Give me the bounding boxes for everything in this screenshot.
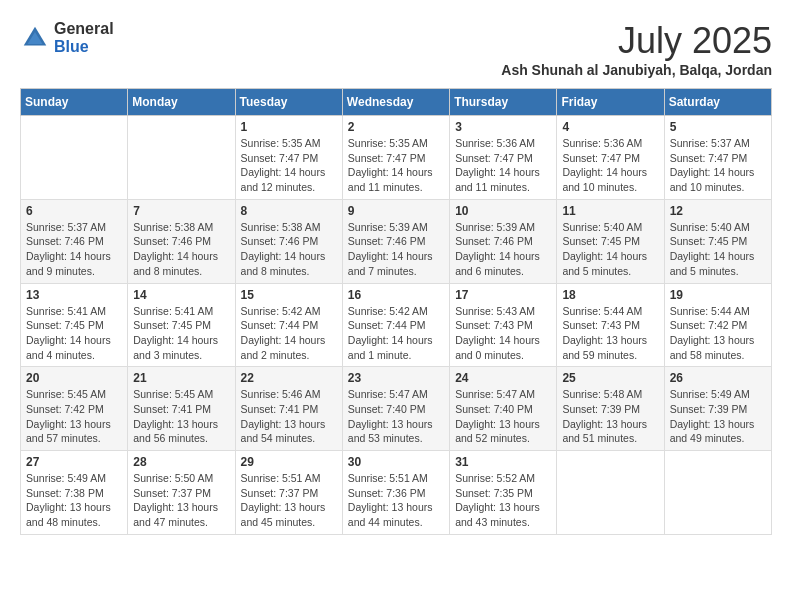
day-info: Sunrise: 5:38 AM Sunset: 7:46 PM Dayligh… [241, 220, 337, 279]
sunset: Sunset: 7:45 PM [562, 235, 640, 247]
weekday-header-row: Sunday Monday Tuesday Wednesday Thursday… [21, 89, 772, 116]
table-row: 10 Sunrise: 5:39 AM Sunset: 7:46 PM Dayl… [450, 199, 557, 283]
day-info: Sunrise: 5:41 AM Sunset: 7:45 PM Dayligh… [26, 304, 122, 363]
logo-general: General [54, 20, 114, 38]
sunset: Sunset: 7:47 PM [562, 152, 640, 164]
sunset: Sunset: 7:37 PM [241, 487, 319, 499]
sunrise: Sunrise: 5:45 AM [133, 388, 213, 400]
daylight: Daylight: 14 hours and 12 minutes. [241, 166, 326, 193]
day-info: Sunrise: 5:44 AM Sunset: 7:43 PM Dayligh… [562, 304, 658, 363]
table-row: 18 Sunrise: 5:44 AM Sunset: 7:43 PM Dayl… [557, 283, 664, 367]
day-info: Sunrise: 5:43 AM Sunset: 7:43 PM Dayligh… [455, 304, 551, 363]
sunrise: Sunrise: 5:44 AM [670, 305, 750, 317]
table-row: 11 Sunrise: 5:40 AM Sunset: 7:45 PM Dayl… [557, 199, 664, 283]
sunrise: Sunrise: 5:51 AM [348, 472, 428, 484]
table-row: 23 Sunrise: 5:47 AM Sunset: 7:40 PM Dayl… [342, 367, 449, 451]
header-tuesday: Tuesday [235, 89, 342, 116]
day-number: 30 [348, 455, 444, 469]
sunrise: Sunrise: 5:51 AM [241, 472, 321, 484]
sunrise: Sunrise: 5:52 AM [455, 472, 535, 484]
day-number: 7 [133, 204, 229, 218]
sunrise: Sunrise: 5:44 AM [562, 305, 642, 317]
sunrise: Sunrise: 5:41 AM [133, 305, 213, 317]
sunset: Sunset: 7:47 PM [455, 152, 533, 164]
sunrise: Sunrise: 5:49 AM [670, 388, 750, 400]
table-row: 29 Sunrise: 5:51 AM Sunset: 7:37 PM Dayl… [235, 451, 342, 535]
sunrise: Sunrise: 5:46 AM [241, 388, 321, 400]
page-header: General Blue July 2025 Ash Shunah al Jan… [20, 20, 772, 78]
table-row: 5 Sunrise: 5:37 AM Sunset: 7:47 PM Dayli… [664, 116, 771, 200]
sunset: Sunset: 7:46 PM [348, 235, 426, 247]
sunrise: Sunrise: 5:39 AM [348, 221, 428, 233]
sunset: Sunset: 7:37 PM [133, 487, 211, 499]
daylight: Daylight: 13 hours and 44 minutes. [348, 501, 433, 528]
daylight: Daylight: 14 hours and 11 minutes. [455, 166, 540, 193]
sunrise: Sunrise: 5:37 AM [26, 221, 106, 233]
logo-icon [20, 23, 50, 53]
sunrise: Sunrise: 5:38 AM [133, 221, 213, 233]
sunset: Sunset: 7:46 PM [133, 235, 211, 247]
daylight: Daylight: 13 hours and 45 minutes. [241, 501, 326, 528]
sunset: Sunset: 7:46 PM [241, 235, 319, 247]
day-number: 13 [26, 288, 122, 302]
day-number: 14 [133, 288, 229, 302]
day-number: 15 [241, 288, 337, 302]
daylight: Daylight: 14 hours and 5 minutes. [562, 250, 647, 277]
day-info: Sunrise: 5:35 AM Sunset: 7:47 PM Dayligh… [241, 136, 337, 195]
table-row: 24 Sunrise: 5:47 AM Sunset: 7:40 PM Dayl… [450, 367, 557, 451]
table-row: 7 Sunrise: 5:38 AM Sunset: 7:46 PM Dayli… [128, 199, 235, 283]
sunset: Sunset: 7:45 PM [670, 235, 748, 247]
header-monday: Monday [128, 89, 235, 116]
daylight: Daylight: 13 hours and 49 minutes. [670, 418, 755, 445]
day-number: 18 [562, 288, 658, 302]
sunrise: Sunrise: 5:47 AM [348, 388, 428, 400]
month-year: July 2025 [501, 20, 772, 62]
sunset: Sunset: 7:45 PM [26, 319, 104, 331]
day-info: Sunrise: 5:52 AM Sunset: 7:35 PM Dayligh… [455, 471, 551, 530]
table-row: 4 Sunrise: 5:36 AM Sunset: 7:47 PM Dayli… [557, 116, 664, 200]
sunset: Sunset: 7:47 PM [348, 152, 426, 164]
day-info: Sunrise: 5:40 AM Sunset: 7:45 PM Dayligh… [562, 220, 658, 279]
day-number: 2 [348, 120, 444, 134]
daylight: Daylight: 13 hours and 58 minutes. [670, 334, 755, 361]
daylight: Daylight: 14 hours and 5 minutes. [670, 250, 755, 277]
daylight: Daylight: 13 hours and 51 minutes. [562, 418, 647, 445]
day-number: 21 [133, 371, 229, 385]
day-info: Sunrise: 5:42 AM Sunset: 7:44 PM Dayligh… [348, 304, 444, 363]
daylight: Daylight: 13 hours and 52 minutes. [455, 418, 540, 445]
day-info: Sunrise: 5:41 AM Sunset: 7:45 PM Dayligh… [133, 304, 229, 363]
sunrise: Sunrise: 5:39 AM [455, 221, 535, 233]
daylight: Daylight: 14 hours and 3 minutes. [133, 334, 218, 361]
table-row: 30 Sunrise: 5:51 AM Sunset: 7:36 PM Dayl… [342, 451, 449, 535]
table-row: 13 Sunrise: 5:41 AM Sunset: 7:45 PM Dayl… [21, 283, 128, 367]
day-number: 1 [241, 120, 337, 134]
day-number: 16 [348, 288, 444, 302]
header-thursday: Thursday [450, 89, 557, 116]
day-number: 9 [348, 204, 444, 218]
daylight: Daylight: 14 hours and 1 minute. [348, 334, 433, 361]
day-number: 28 [133, 455, 229, 469]
day-info: Sunrise: 5:38 AM Sunset: 7:46 PM Dayligh… [133, 220, 229, 279]
calendar-week-4: 20 Sunrise: 5:45 AM Sunset: 7:42 PM Dayl… [21, 367, 772, 451]
sunrise: Sunrise: 5:50 AM [133, 472, 213, 484]
day-number: 11 [562, 204, 658, 218]
day-info: Sunrise: 5:46 AM Sunset: 7:41 PM Dayligh… [241, 387, 337, 446]
sunset: Sunset: 7:43 PM [562, 319, 640, 331]
daylight: Daylight: 13 hours and 54 minutes. [241, 418, 326, 445]
logo-blue: Blue [54, 38, 114, 56]
table-row: 2 Sunrise: 5:35 AM Sunset: 7:47 PM Dayli… [342, 116, 449, 200]
daylight: Daylight: 14 hours and 2 minutes. [241, 334, 326, 361]
sunset: Sunset: 7:45 PM [133, 319, 211, 331]
day-number: 19 [670, 288, 766, 302]
table-row: 9 Sunrise: 5:39 AM Sunset: 7:46 PM Dayli… [342, 199, 449, 283]
day-info: Sunrise: 5:35 AM Sunset: 7:47 PM Dayligh… [348, 136, 444, 195]
daylight: Daylight: 14 hours and 11 minutes. [348, 166, 433, 193]
table-row: 14 Sunrise: 5:41 AM Sunset: 7:45 PM Dayl… [128, 283, 235, 367]
header-friday: Friday [557, 89, 664, 116]
daylight: Daylight: 14 hours and 4 minutes. [26, 334, 111, 361]
day-number: 29 [241, 455, 337, 469]
day-info: Sunrise: 5:51 AM Sunset: 7:37 PM Dayligh… [241, 471, 337, 530]
title-block: July 2025 Ash Shunah al Janubiyah, Balqa… [501, 20, 772, 78]
calendar-week-3: 13 Sunrise: 5:41 AM Sunset: 7:45 PM Dayl… [21, 283, 772, 367]
table-row: 12 Sunrise: 5:40 AM Sunset: 7:45 PM Dayl… [664, 199, 771, 283]
